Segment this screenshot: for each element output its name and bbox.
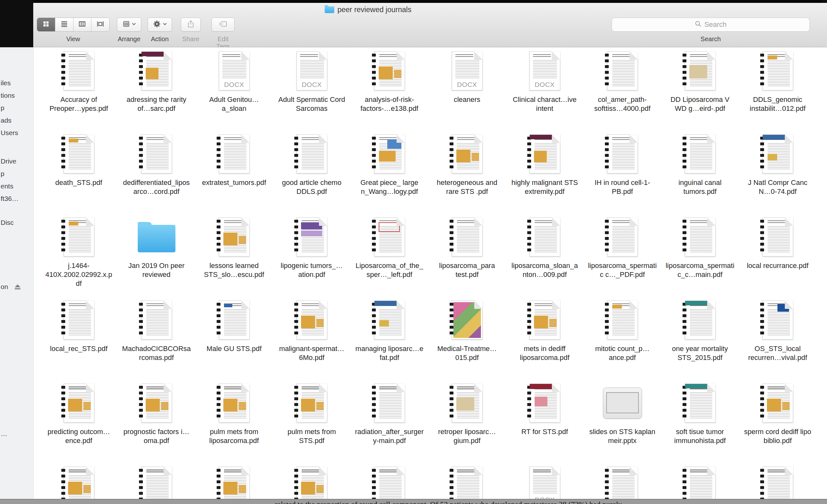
thumbnail-accent [379,222,400,232]
file-item[interactable]: DOCX pulm mets from STS.pdf [273,380,350,462]
file-item[interactable]: DOCX slides on STS kaplan meir.pptx [584,380,661,462]
file-item[interactable]: DOCX Jan 2019 On peer reviewed [117,213,195,296]
sidebar-item[interactable]: ads [0,114,33,127]
sidebar-item-label: Users [1,129,18,137]
sidebar-item[interactable]: tions [0,89,33,102]
file-icon-box: DOCX [195,462,273,499]
file-item[interactable]: DOCX DDLS_genomic instabilit…012.pdf [739,47,817,130]
file-item[interactable]: DOCX [428,462,506,499]
file-item[interactable]: DOCX Clinical charact…ive intent [506,47,584,130]
thumbnail-accent [375,301,404,306]
file-item[interactable]: DOCX [117,462,195,499]
file-item[interactable]: DOCX retroper liposarc…gium.pdf [428,380,506,462]
file-item[interactable]: DOCX mets in dediff liposarcoma.pdf [506,296,584,380]
sidebar-item[interactable]: ents [0,180,33,192]
sidebar-item[interactable]: Drive [0,155,33,167]
file-item[interactable]: DOCX local recurrance.pdf [739,213,817,296]
search-input[interactable]: Search [612,17,810,32]
file-item[interactable]: DOCX good article chemo DDLS.pdf [273,130,350,213]
file-item[interactable]: DOCX IH in round cell-1-PB.pdf [584,130,661,213]
file-item[interactable]: DOCX prognostic factors i…oma.pdf [117,380,195,462]
arrange-button[interactable] [117,17,141,32]
file-item[interactable]: DOCX sperm cord dediff lipo biblio.pdf [739,380,817,462]
file-item[interactable]: DOCX [661,462,739,499]
thumbnail-accent [83,485,91,493]
file-icon-box: DOCX [506,296,584,344]
file-item[interactable]: DOCX death_STS.pdf [40,130,117,213]
file-item[interactable]: DOCX j.1464-410X.2002.02992.x.pdf [40,213,117,296]
file-item[interactable]: DOCX highly malignant STS extremity.pdf [506,130,584,213]
file-item[interactable]: DOCX malignant-spermat…6Mo.pdf [273,296,350,380]
file-item[interactable]: DOCX Adult Genitou…a_sloan [195,47,273,130]
file-item[interactable]: DOCX col_amer_path-softtiss…4000.pdf [584,47,661,130]
file-item[interactable]: DOCX extratest_tumors.pdf [195,130,273,213]
file-item[interactable]: DOCX OS_STS_local recurren…vival.pdf [739,296,817,380]
file-item[interactable]: DOCX adressing the rarity of…sarc.pdf [117,47,195,130]
file-item[interactable]: DOCX Adult Spermatic Cord Sarcomas [273,47,350,130]
file-item[interactable]: DOCX predicting outcom…ence.pdf [40,380,117,462]
action-button[interactable] [148,17,172,32]
file-item[interactable]: DOCX liposarcoma_spermatic c…_PDF.pdf [584,213,661,296]
file-item[interactable]: DOCX heterogeneous and rare STS .pdf [428,130,506,213]
file-item[interactable]: DOCX Liposarcoma_of_the_sper…_left.pdf [350,213,428,296]
file-item[interactable]: DOCX local_rec_STS.pdf [40,296,117,380]
pdf-icon: DOCX [63,135,94,173]
file-item[interactable]: DOCX analysis-of-risk-factors-…e138.pdf [350,47,428,130]
sidebar-item[interactable]: Disc [0,216,33,229]
file-item[interactable]: DOCX [350,462,428,499]
file-item[interactable]: DOCX [506,462,584,499]
file-icon-box: DOCX [350,462,428,499]
file-icon-box: DOCX [661,213,739,261]
coverflow-view-button[interactable] [91,18,109,31]
file-name: J Natl Compr Canc N…0-74.pdf [743,178,812,196]
thumbnail-body-lines [457,475,479,499]
file-item[interactable]: DOCX mitotic count_p…ance.pdf [584,296,661,380]
file-item[interactable]: DOCX pulm mets from liposarcoma.pdf [195,380,273,462]
file-item[interactable]: DOCX lessons learned STS_slo…escu.pdf [195,213,273,296]
file-item[interactable]: DOCX MachadoCICBCORsarcomas.pdf [117,296,195,380]
file-item[interactable]: DOCX liposarcoma_sloan_anton…009.pdf [506,213,584,296]
file-item[interactable]: DOCX radiation_after_surgery-main.pdf [350,380,428,462]
file-item[interactable]: DOCX dedifferentiated_liposarco…cord.pdf [117,130,195,213]
eject-icon[interactable] [14,284,21,290]
file-item[interactable]: DOCX lipogenic tumors_…ation.pdf [273,213,350,296]
file-item[interactable]: DOCX RT for STS.pdf [506,380,584,462]
sidebar-item[interactable]: Users [0,127,33,139]
file-item[interactable]: DOCX Medical-Treatme…015.pdf [428,296,506,380]
file-item[interactable]: DOCX [273,462,350,499]
file-item[interactable]: DOCX inguinal canal tumors.pdf [661,130,739,213]
file-item[interactable]: DOCX one year mortality STS_2015.pdf [661,296,739,380]
list-view-icon [60,20,68,29]
file-item[interactable]: DOCX Accuracy of Preoper…ypes.pdf [40,47,117,130]
column-view-button[interactable] [74,18,92,31]
file-name: Great piece_ large n_Wang…logy.pdf [355,178,424,196]
file-item[interactable]: DOCX [584,462,661,499]
file-item[interactable]: DOCX [40,462,117,499]
share-button[interactable] [181,17,201,32]
icon-view-button[interactable] [37,18,55,31]
sidebar-item[interactable]: iles [0,77,33,89]
search-label: Search [612,36,810,43]
folder-icon [138,225,176,252]
thumbnail-title-lines [457,220,475,224]
file-item[interactable]: DOCX soft tisue tumor immunohista.pdf [661,380,739,462]
file-item[interactable]: DOCX cleaners [428,47,506,130]
file-item[interactable]: DOCX [195,462,273,499]
file-item[interactable]: DOCX DD Liposarcoma V WD g…eird-.pdf [661,47,739,130]
edit-tags-button[interactable] [211,17,235,32]
file-item[interactable]: DOCX managing liposarc…e fat.pdf [350,296,428,380]
file-item[interactable]: DOCX [739,462,817,499]
list-view-button[interactable] [55,18,74,31]
sidebar-item[interactable]: on [0,281,33,293]
file-item[interactable]: DOCX liposarcoma_para test.pdf [428,213,506,296]
file-item[interactable]: DOCX J Natl Compr Canc N…0-74.pdf [739,130,817,213]
file-item[interactable]: DOCX Great piece_ large n_Wang…logy.pdf [350,130,428,213]
file-item[interactable]: DOCX Male GU STS.pdf [195,296,273,380]
file-icon-box: DOCX [40,296,117,344]
file-item[interactable]: DOCX liposarcoma_spermatic_c…main.pdf [661,213,739,296]
sidebar-item[interactable]: p [0,167,33,180]
sidebar-item[interactable]: p [0,102,33,114]
thumbnail-title-lines [690,469,708,473]
sidebar-item[interactable]: ft36… [0,192,33,205]
sidebar-item[interactable]: … [0,427,33,440]
